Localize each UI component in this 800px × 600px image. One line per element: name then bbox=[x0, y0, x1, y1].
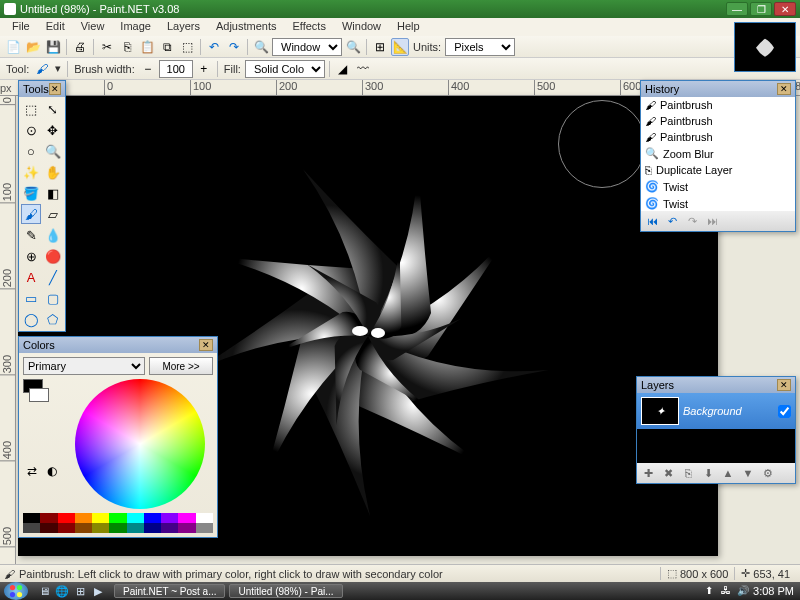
menu-window[interactable]: Window bbox=[334, 18, 389, 36]
units-select[interactable]: Pixels bbox=[445, 38, 515, 56]
tool-zoom[interactable]: 🔍 bbox=[43, 141, 63, 161]
tool-text[interactable]: A bbox=[21, 267, 41, 287]
history-close-icon[interactable]: ✕ bbox=[777, 83, 791, 95]
tool-clone[interactable]: ⊕ bbox=[21, 246, 41, 266]
tool-eraser[interactable]: ▱ bbox=[43, 204, 63, 224]
history-item[interactable]: 🔍Zoom Blur bbox=[641, 145, 795, 162]
layer-up-icon[interactable]: ▲ bbox=[719, 465, 737, 481]
ql-ie-icon[interactable]: 🌐 bbox=[54, 584, 70, 598]
menu-adjustments[interactable]: Adjustments bbox=[208, 18, 285, 36]
tool-ellipse-select[interactable]: ○ bbox=[21, 141, 41, 161]
tray-icon[interactable]: ⬆ bbox=[705, 585, 717, 597]
layer-props-icon[interactable]: ⚙ bbox=[759, 465, 777, 481]
swap-colors-icon[interactable]: ⇄ bbox=[23, 462, 41, 480]
tools-panel[interactable]: Tools✕ ⬚ ⤡ ⊙ ✥ ○ 🔍 ✨ ✋ 🪣 ◧ 🖌 ▱ ✎ 💧 ⊕ 🔴 A… bbox=[18, 80, 66, 332]
menu-edit[interactable]: Edit bbox=[38, 18, 73, 36]
print-icon[interactable]: 🖨 bbox=[71, 38, 89, 56]
history-item[interactable]: 🌀Twist bbox=[641, 195, 795, 211]
menu-layers[interactable]: Layers bbox=[159, 18, 208, 36]
cut-icon[interactable]: ✂ bbox=[98, 38, 116, 56]
more-button[interactable]: More >> bbox=[149, 357, 213, 375]
color-wheel[interactable] bbox=[75, 379, 205, 509]
history-redo-icon[interactable]: ↷ bbox=[683, 213, 701, 229]
copy-icon[interactable]: ⎘ bbox=[118, 38, 136, 56]
grid-icon[interactable]: ⊞ bbox=[371, 38, 389, 56]
color-palette[interactable] bbox=[23, 513, 213, 523]
menu-effects[interactable]: Effects bbox=[285, 18, 334, 36]
start-button[interactable] bbox=[4, 582, 28, 600]
ql-switch-icon[interactable]: ⊞ bbox=[72, 584, 88, 598]
save-icon[interactable]: 💾 bbox=[44, 38, 62, 56]
tool-roundrect[interactable]: ▢ bbox=[43, 288, 63, 308]
layer-visible-checkbox[interactable] bbox=[778, 405, 791, 418]
history-item[interactable]: 🖌Paintbrush bbox=[641, 113, 795, 129]
crop-icon[interactable]: ⧉ bbox=[158, 38, 176, 56]
color-palette-2[interactable] bbox=[23, 523, 213, 533]
tool-paintbrush[interactable]: 🖌 bbox=[21, 204, 41, 224]
ql-media-icon[interactable]: ▶ bbox=[90, 584, 106, 598]
new-icon[interactable]: 📄 bbox=[4, 38, 22, 56]
redo-icon[interactable]: ↷ bbox=[225, 38, 243, 56]
history-item[interactable]: 🖌Paintbrush bbox=[641, 129, 795, 145]
task-1[interactable]: Paint.NET ~ Post a... bbox=[114, 584, 225, 598]
ql-desktop-icon[interactable]: 🖥 bbox=[36, 584, 52, 598]
close-button[interactable]: ✕ bbox=[774, 2, 796, 16]
deselect-icon[interactable]: ⬚ bbox=[178, 38, 196, 56]
zoom-out-icon[interactable]: 🔍 bbox=[252, 38, 270, 56]
tool-pencil[interactable]: ✎ bbox=[21, 225, 41, 245]
brush-decrease-icon[interactable]: − bbox=[139, 60, 157, 78]
rulers-icon[interactable]: 📐 bbox=[391, 38, 409, 56]
tool-move-select[interactable]: ⤡ bbox=[43, 99, 63, 119]
history-ff-icon[interactable]: ⏭ bbox=[703, 213, 721, 229]
layer-merge-icon[interactable]: ⬇ bbox=[699, 465, 717, 481]
menu-file[interactable]: File bbox=[4, 18, 38, 36]
layers-panel[interactable]: Layers✕ ✦ Background ✚ ✖ ⎘ ⬇ ▲ ▼ ⚙ bbox=[636, 376, 796, 484]
color-selector[interactable]: Primary bbox=[23, 357, 145, 375]
open-icon[interactable]: 📂 bbox=[24, 38, 42, 56]
history-rewind-icon[interactable]: ⏮ bbox=[643, 213, 661, 229]
history-item[interactable]: 🖌Paintbrush bbox=[641, 97, 795, 113]
colors-panel[interactable]: Colors✕ Primary More >> ⇄ ◐ bbox=[18, 336, 218, 538]
tool-rect[interactable]: ▭ bbox=[21, 288, 41, 308]
tool-pan[interactable]: ✋ bbox=[43, 162, 63, 182]
layer-row[interactable]: ✦ Background bbox=[637, 393, 795, 429]
layer-add-icon[interactable]: ✚ bbox=[639, 465, 657, 481]
history-panel[interactable]: History✕ 🖌Paintbrush🖌Paintbrush🖌Paintbru… bbox=[640, 80, 796, 232]
fill-select[interactable]: Solid Color bbox=[245, 60, 325, 78]
tray-net-icon[interactable]: 🖧 bbox=[721, 585, 733, 597]
tool-wand[interactable]: ✨ bbox=[21, 162, 41, 182]
minimize-button[interactable]: — bbox=[726, 2, 748, 16]
blend-icon[interactable]: 〰 bbox=[354, 60, 372, 78]
menu-help[interactable]: Help bbox=[389, 18, 428, 36]
menu-image[interactable]: Image bbox=[112, 18, 159, 36]
undo-icon[interactable]: ↶ bbox=[205, 38, 223, 56]
tool-freeform[interactable]: ⬠ bbox=[43, 309, 63, 329]
history-undo-icon[interactable]: ↶ bbox=[663, 213, 681, 229]
layers-close-icon[interactable]: ✕ bbox=[777, 379, 791, 391]
brush-increase-icon[interactable]: + bbox=[195, 60, 213, 78]
tool-ellipse[interactable]: ◯ bbox=[21, 309, 41, 329]
zoom-in-icon[interactable]: 🔍 bbox=[344, 38, 362, 56]
tools-close-icon[interactable]: ✕ bbox=[49, 83, 61, 95]
zoom-select[interactable]: Window bbox=[272, 38, 342, 56]
layer-delete-icon[interactable]: ✖ bbox=[659, 465, 677, 481]
tool-move[interactable]: ✥ bbox=[43, 120, 63, 140]
tool-recolor[interactable]: 🔴 bbox=[43, 246, 63, 266]
tray-vol-icon[interactable]: 🔊 bbox=[737, 585, 749, 597]
tool-line[interactable]: ╱ bbox=[43, 267, 63, 287]
maximize-button[interactable]: ❐ bbox=[750, 2, 772, 16]
history-item[interactable]: 🌀Twist bbox=[641, 178, 795, 195]
tool-lasso[interactable]: ⊙ bbox=[21, 120, 41, 140]
layer-down-icon[interactable]: ▼ bbox=[739, 465, 757, 481]
layer-duplicate-icon[interactable]: ⎘ bbox=[679, 465, 697, 481]
document-thumbnail[interactable] bbox=[734, 22, 796, 72]
tool-rect-select[interactable]: ⬚ bbox=[21, 99, 41, 119]
tool-gradient[interactable]: ◧ bbox=[43, 183, 63, 203]
colors-close-icon[interactable]: ✕ bbox=[199, 339, 213, 351]
brush-width-input[interactable] bbox=[159, 60, 193, 78]
menu-view[interactable]: View bbox=[73, 18, 113, 36]
history-item[interactable]: ⎘Duplicate Layer bbox=[641, 162, 795, 178]
paste-icon[interactable]: 📋 bbox=[138, 38, 156, 56]
antialias-icon[interactable]: ◢ bbox=[334, 60, 352, 78]
tool-dropdown-icon[interactable]: 🖌 bbox=[33, 60, 51, 78]
